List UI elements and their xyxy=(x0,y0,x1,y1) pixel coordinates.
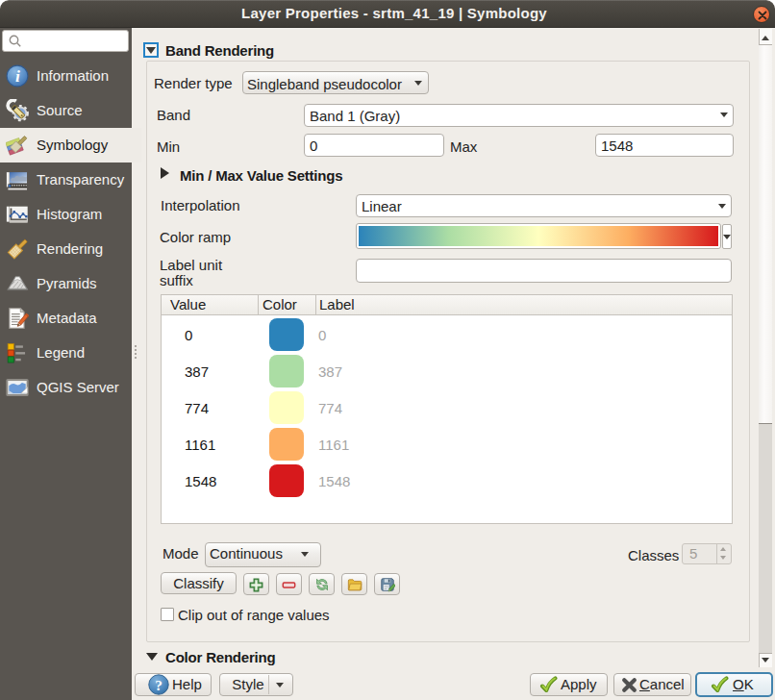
svg-text:?: ? xyxy=(155,677,162,693)
svg-text:i: i xyxy=(15,66,20,86)
